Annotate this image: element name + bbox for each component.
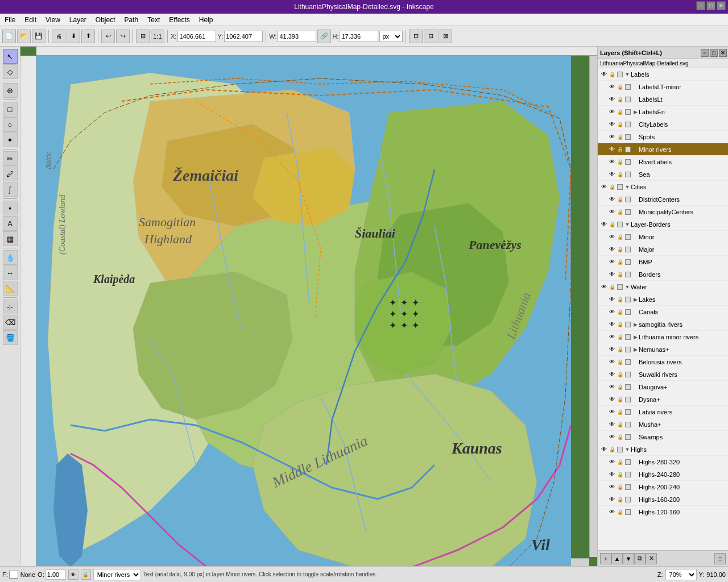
delete-layer-button[interactable]: ✕ [646,553,657,564]
layer-item-labels[interactable]: 👁🔒▼Labels [598,68,728,81]
layer-eye-icon[interactable]: 👁 [608,258,616,266]
lower-layer-button[interactable]: ▼ [623,553,634,564]
menu-edit[interactable]: Edit [20,15,41,25]
opacity-input[interactable] [46,569,66,580]
layer-lock-icon[interactable]: 🔒 [616,308,624,316]
view-toggle-button[interactable]: 👁 [68,569,78,580]
layer-expand-icon[interactable]: ▼ [624,71,631,78]
layer-eye-icon[interactable]: 👁 [608,371,616,379]
layer-eye-icon[interactable]: 👁 [608,233,616,241]
layer-item-bmp[interactable]: 👁🔒BMP [598,256,728,268]
canvas-area[interactable]: ✦ ✦ ✦ ✦ ✦ ✦ ✦ ✦ ✦ Žemaičiai Samogitian H… [20,47,597,566]
layer-item-spots[interactable]: 👁🔒Spots [598,131,728,143]
paint-bucket-tool-button[interactable]: 🪣 [3,330,18,345]
raise-layer-button[interactable]: ▲ [611,553,623,564]
menu-view[interactable]: View [41,15,65,25]
layer-lock-icon[interactable]: 🔒 [608,221,616,228]
layer-expand-icon[interactable]: ▼ [624,446,631,453]
layer-lock-icon[interactable]: 🔒 [616,371,624,379]
transform-button[interactable]: ⊡ [409,30,423,43]
layer-eye-icon[interactable]: 👁 [608,296,616,304]
pen-tool-button[interactable]: 🖊 [3,167,18,181]
layers-menu-button[interactable]: ≡ [714,553,726,564]
layer-eye-icon[interactable]: 👁 [608,396,616,404]
layer-eye-icon[interactable]: 👁 [600,70,608,78]
layer-lock-icon[interactable]: 🔒 [616,346,624,354]
rect-tool-button[interactable]: □ [3,102,18,117]
layer-lock-icon[interactable]: 🔒 [616,208,624,216]
undo-button[interactable]: ↩ [101,30,115,43]
layer-lock-icon[interactable]: 🔒 [616,171,624,178]
layer-lock-icon[interactable]: 🔒 [616,471,624,479]
layer-lock-icon[interactable]: 🔒 [616,246,624,253]
layer-item-major[interactable]: 👁🔒Major [598,243,728,256]
layer-item-dysna[interactable]: 👁🔒Dysna+ [598,393,728,406]
layer-item-highs120160[interactable]: 👁🔒Highs-120-160 [598,506,728,518]
layer-lock-icon[interactable]: 🔒 [616,271,624,278]
layer-eye-icon[interactable]: 👁 [608,146,616,153]
layers-close-button[interactable]: ✕ [719,49,727,57]
layer-item-labelsLt[interactable]: 👁🔒LabelsLt [598,93,728,106]
layer-item-samogitiaRivers[interactable]: 👁🔒▶samogitia rivers [598,318,728,331]
layer-expand-icon[interactable]: ▶ [632,321,639,328]
layer-expand-icon[interactable]: ▶ [632,296,639,303]
layer-eye-icon[interactable]: 👁 [608,308,616,316]
layer-lock-icon[interactable]: 🔒 [616,433,624,441]
layer-item-sea[interactable]: 👁🔒Sea [598,168,728,181]
layer-lock-icon[interactable]: 🔒 [616,408,624,416]
y-input[interactable] [224,31,263,42]
open-button[interactable]: 📂 [17,30,31,43]
layers-maximize-button[interactable]: □ [710,49,718,57]
layer-lock-icon[interactable]: 🔒 [616,383,624,391]
layer-lock-icon[interactable]: 🔒 [608,70,616,78]
layer-item-highs160200[interactable]: 👁🔒Highs-160-200 [598,493,728,506]
layer-eye-icon[interactable]: 👁 [608,471,616,479]
import-button[interactable]: ⬇ [67,30,80,43]
layer-eye-icon[interactable]: 👁 [608,271,616,278]
layer-lock-icon[interactable]: 🔒 [616,196,624,203]
layer-item-cityLabels[interactable]: 👁🔒CityLabels [598,118,728,131]
layer-eye-icon[interactable]: 👁 [600,283,608,291]
layer-item-cities[interactable]: 👁🔒▼Cities [598,181,728,193]
save-button[interactable]: 💾 [32,30,46,43]
layer-eye-icon[interactable]: 👁 [608,133,616,141]
layer-expand-icon[interactable]: ▼ [624,184,631,190]
layer-item-highs280320[interactable]: 👁🔒Highs-280-320 [598,456,728,468]
layer-eye-icon[interactable]: 👁 [608,83,616,91]
layer-item-highs240280[interactable]: 👁🔒Highs-240-280 [598,468,728,481]
gradient-tool-button[interactable]: ▦ [3,231,18,246]
layer-lock-icon[interactable]: 🔒 [616,496,624,504]
layer-eye-icon[interactable]: 👁 [608,496,616,504]
layer-item-belorusiaRivers[interactable]: 👁🔒Belorusia rivers [598,356,728,368]
close-button[interactable]: ✕ [717,1,726,10]
layer-eye-icon[interactable]: 👁 [608,358,616,366]
layer-lock-icon[interactable]: 🔒 [616,483,624,491]
layer-lock-icon[interactable]: 🔒 [616,396,624,404]
layer-lock-icon[interactable]: 🔒 [616,133,624,141]
new-button[interactable]: 📄 [2,30,16,43]
calligraphy-tool-button[interactable]: ∫ [3,182,18,197]
layer-item-layerBorders[interactable]: 👁🔒▼Layer-Borders [598,218,728,231]
layer-lock-icon[interactable]: 🔒 [616,258,624,266]
layer-item-highs200240[interactable]: 👁🔒Highs-200-240 [598,481,728,493]
export-button[interactable]: ⬆ [81,30,95,43]
star-tool-button[interactable]: ✦ [3,132,18,147]
layer-eye-icon[interactable]: 👁 [600,446,608,454]
menu-text[interactable]: Text [143,15,164,25]
zoom-1-button[interactable]: 1:1 [151,30,164,43]
layer-eye-icon[interactable]: 👁 [608,346,616,354]
map-svg[interactable]: ✦ ✦ ✦ ✦ ✦ ✦ ✦ ✦ ✦ Žemaičiai Samogitian H… [36,56,571,566]
layer-lock-icon[interactable]: 🔒 [616,321,624,329]
menu-path[interactable]: Path [120,15,143,25]
spray-tool-button[interactable]: ⊹ [3,300,18,314]
layer-item-musha[interactable]: 👁🔒Musha+ [598,418,728,431]
layer-lock-icon[interactable]: 🔒 [616,158,624,166]
layer-eye-icon[interactable]: 👁 [608,333,616,341]
layer-lock-icon[interactable]: 🔒 [616,233,624,241]
layer-eye-icon[interactable]: 👁 [608,408,616,416]
layer-item-water[interactable]: 👁🔒▼Water [598,281,728,293]
circle-tool-button[interactable]: ○ [3,117,18,132]
layer-eye-icon[interactable]: 👁 [608,421,616,429]
layer-expand-icon[interactable]: ▶ [632,109,639,115]
layer-lock-icon[interactable]: 🔒 [616,108,624,116]
